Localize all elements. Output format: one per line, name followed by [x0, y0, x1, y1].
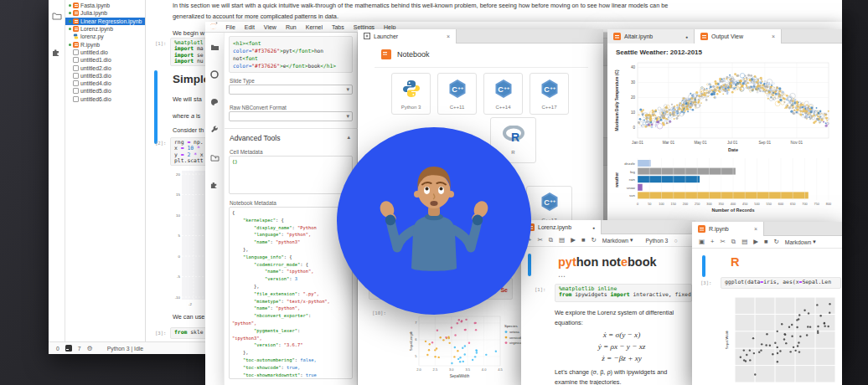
menu-item-file[interactable]: File [221, 24, 240, 30]
cell-collapse-bar[interactable] [154, 70, 158, 144]
svg-text:40: 40 [631, 65, 636, 69]
cpp-logo-icon: C++ [493, 79, 514, 102]
cell-type-select[interactable]: Markdown▾ [602, 237, 633, 244]
restart-icon[interactable]: ↻ [774, 239, 779, 245]
close-icon[interactable]: × [447, 33, 450, 39]
terminal-icon[interactable] [65, 345, 72, 352]
collapsed-cells-dots[interactable]: ⋯ [558, 272, 566, 280]
menu-item-edit[interactable]: Edit [240, 24, 259, 30]
svg-text:350: 350 [719, 203, 724, 206]
kernel-name[interactable]: Python 3 [646, 238, 669, 244]
file-item[interactable]: Lorenz.ipynb [65, 25, 145, 33]
markdown-source-editor[interactable]: <h1><fontcolor="#f37626">pyt</font>honno… [229, 36, 353, 73]
new-folder-icon[interactable] [210, 150, 220, 165]
raw-nbconvert-select[interactable] [229, 111, 353, 121]
modified-dot-icon[interactable]: ● [592, 225, 595, 230]
stop-icon[interactable]: ■ [764, 239, 768, 245]
palette-icon[interactable] [210, 95, 219, 110]
add-cell-icon[interactable]: + [710, 239, 714, 245]
file-name: R.ipynb [80, 42, 100, 48]
collapse-arrow-icon[interactable]: ▴ [347, 134, 350, 141]
ggplot-scatter-chart: Sepal.Width [724, 295, 837, 385]
menu-item-view[interactable]: View [259, 24, 281, 30]
paste-icon[interactable]: ▤ [559, 237, 565, 244]
file-item[interactable]: untitled3.dio [65, 72, 145, 80]
close-icon[interactable]: × [754, 226, 757, 232]
tab-altair-ipynb[interactable]: Altair.ipynb ● [607, 29, 695, 44]
cell-prompt: [3]: [700, 280, 711, 285]
stop-icon[interactable]: ■ [581, 237, 586, 244]
run-icon[interactable]: ▶ [571, 237, 576, 244]
launcher-card-c-11[interactable]: C++C++11 [437, 73, 477, 115]
svg-text:++: ++ [457, 85, 464, 90]
copy-icon[interactable]: ⧉ [731, 239, 736, 245]
folder-icon[interactable] [52, 8, 62, 23]
svg-text:0: 0 [637, 203, 638, 206]
svg-text:10: 10 [631, 110, 636, 115]
cell-metadata-editor[interactable]: {} [229, 156, 353, 194]
modified-dot-icon[interactable]: ● [685, 34, 688, 39]
notebook-metadata-editor[interactable]: { "kernelspec": { "display_name": "Pytho… [229, 207, 353, 379]
menu-item-tabs[interactable]: Tabs [327, 24, 349, 30]
folder-icon[interactable] [210, 39, 220, 54]
file-item[interactable]: Linear Regression.ipynb [65, 18, 145, 25]
tab-output-view[interactable]: Output View × [695, 29, 782, 44]
launcher-section-label: Notebook [397, 50, 430, 59]
close-icon[interactable]: × [772, 33, 775, 39]
file-name: untitled4.dio [80, 80, 111, 86]
file-name: untitled3.dio [80, 73, 111, 79]
run-icon[interactable]: ▶ [753, 239, 758, 245]
file-item[interactable]: Fasta.ipynb [65, 2, 145, 9]
gear-icon[interactable]: ⚙ [87, 345, 93, 352]
file-item[interactable]: R.ipynb [65, 40, 145, 48]
save-icon[interactable]: ▣ [699, 239, 705, 245]
cell-type-select[interactable]: Markdown▾ [785, 239, 816, 245]
paste-icon[interactable]: ▤ [741, 239, 747, 245]
tab-lorenz-ipynb[interactable]: Lorenz.ipynb ● [521, 220, 602, 234]
restart-icon[interactable]: ↻ [591, 237, 596, 244]
tab-r-ipynb[interactable]: R.ipynb × [692, 222, 764, 236]
code-cell[interactable]: ggplot(data=iris, aes(x=Sepal.Len [721, 277, 841, 289]
cut-icon[interactable]: ✂ [537, 237, 542, 244]
svg-text:20: 20 [631, 95, 636, 100]
tab-launcher[interactable]: Launcher × [358, 29, 457, 44]
file-item[interactable]: untitled6.dio [65, 95, 145, 103]
file-item[interactable]: lorenz.py [65, 33, 145, 40]
record-circle-icon[interactable] [210, 67, 219, 82]
svg-text:++: ++ [550, 85, 556, 90]
file-item[interactable]: untitled5.dio [65, 87, 145, 95]
wrench-icon[interactable] [210, 122, 219, 137]
file-item[interactable]: untitled2.dio [65, 64, 145, 71]
copy-icon[interactable]: ⧉ [549, 237, 553, 244]
svg-text:7: 7 [415, 321, 417, 325]
chevron-down-icon: ▾ [630, 237, 633, 244]
file-item[interactable]: untitled1.dio [65, 56, 145, 64]
file-name: untitled2.dio [80, 65, 111, 71]
svg-text:Jul 01: Jul 01 [727, 141, 738, 145]
puzzle-icon[interactable] [52, 45, 61, 60]
launcher-card-c-14[interactable]: C++C++14 [483, 73, 523, 115]
menu-item-kernel[interactable]: Kernel [301, 24, 327, 30]
cell-collapse-bar[interactable] [702, 255, 705, 277]
cut-icon[interactable]: ✂ [720, 239, 725, 245]
notebook-file-icon [73, 26, 79, 32]
svg-text:550: 550 [767, 203, 772, 206]
code-cell[interactable]: %matplotlib inlinefrom ipywidgets import… [555, 284, 692, 302]
status-count-b: 7 [78, 346, 81, 352]
launcher-card-python-3[interactable]: Python 3 [391, 73, 431, 115]
file-name: lorenz.py [80, 33, 104, 39]
svg-text:sun: sun [629, 193, 636, 198]
cell-collapse-bar[interactable] [528, 254, 531, 276]
launcher-card-c-17[interactable]: C++C++17 [530, 73, 569, 115]
file-item[interactable]: untitled4.dio [65, 80, 145, 87]
menu-item-run[interactable]: Run [281, 24, 301, 30]
file-item[interactable]: Julia.ipynb [65, 9, 145, 17]
puzzle-icon[interactable] [210, 177, 219, 192]
svg-text:snow: snow [627, 186, 636, 190]
slide-type-select[interactable] [229, 85, 353, 95]
notebook-file-icon [73, 18, 79, 24]
kernel-status[interactable]: Python 3 | Idle [107, 346, 143, 352]
file-name: untitled6.dio [80, 96, 111, 102]
file-item[interactable]: untitled.dio [65, 49, 145, 56]
notebook-toolbar: + ✂ ⧉ ▤ ▶ ■ ↻ Markdown▾ Python 3 ○ [521, 234, 695, 247]
